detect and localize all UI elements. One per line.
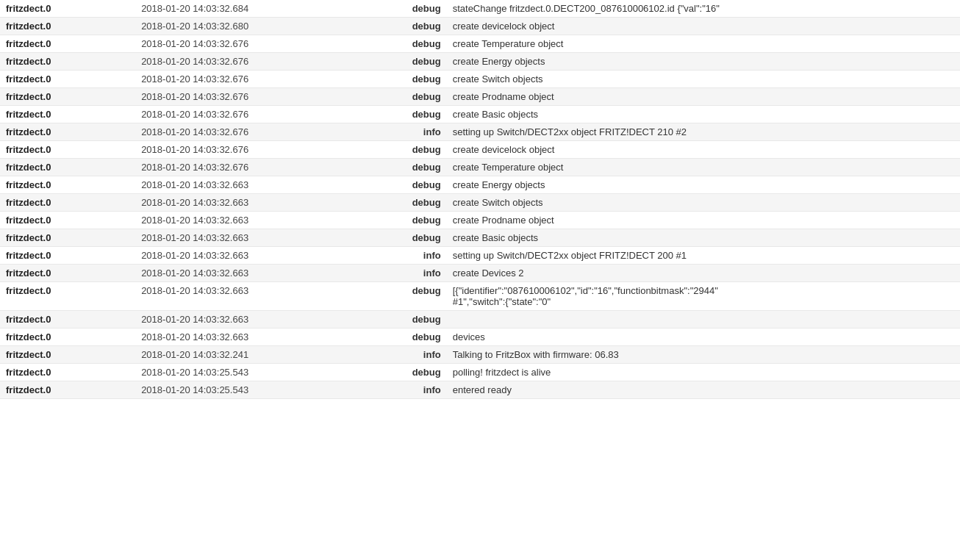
log-timestamp: 2018-01-20 14:03:32.676	[135, 159, 365, 176]
log-source: fritzdect.0	[0, 141, 135, 159]
log-message: setting up Switch/DECT2xx object FRITZ!D…	[447, 123, 960, 141]
log-message: create Temperature object	[447, 159, 960, 176]
log-level: debug	[365, 159, 446, 176]
log-message: create Energy objects	[447, 176, 960, 194]
log-source: fritzdect.0	[0, 229, 135, 247]
log-row: fritzdect.02018-01-20 14:03:32.676debugc…	[0, 141, 960, 159]
log-timestamp: 2018-01-20 14:03:32.663	[135, 194, 365, 212]
log-level: debug	[365, 329, 446, 346]
log-timestamp: 2018-01-20 14:03:32.241	[135, 346, 365, 364]
log-row: fritzdect.02018-01-20 14:03:32.663debugc…	[0, 194, 960, 212]
log-source: fritzdect.0	[0, 176, 135, 194]
log-source: fritzdect.0	[0, 247, 135, 265]
log-timestamp: 2018-01-20 14:03:32.676	[135, 71, 365, 88]
log-timestamp: 2018-01-20 14:03:32.676	[135, 123, 365, 141]
log-level: debug	[365, 194, 446, 212]
log-level: debug	[365, 88, 446, 106]
log-timestamp: 2018-01-20 14:03:32.663	[135, 229, 365, 247]
log-row: fritzdect.02018-01-20 14:03:32.663debugd…	[0, 329, 960, 346]
log-level: debug	[365, 18, 446, 35]
log-message: polling! fritzdect is alive	[447, 364, 960, 381]
log-source: fritzdect.0	[0, 311, 135, 329]
log-source: fritzdect.0	[0, 194, 135, 212]
log-row: fritzdect.02018-01-20 14:03:32.676debugc…	[0, 35, 960, 53]
log-source: fritzdect.0	[0, 282, 135, 311]
log-timestamp: 2018-01-20 14:03:32.676	[135, 88, 365, 106]
log-row: fritzdect.02018-01-20 14:03:32.663infose…	[0, 247, 960, 265]
log-level: info	[365, 123, 446, 141]
log-level: debug	[365, 53, 446, 71]
log-row: fritzdect.02018-01-20 14:03:32.663debugc…	[0, 212, 960, 229]
log-row: fritzdect.02018-01-20 14:03:32.241infoTa…	[0, 346, 960, 364]
log-level: debug	[365, 35, 446, 53]
log-message: create Basic objects	[447, 229, 960, 247]
log-level: info	[365, 346, 446, 364]
log-message: setting up Switch/DECT2xx object FRITZ!D…	[447, 247, 960, 265]
log-source: fritzdect.0	[0, 71, 135, 88]
log-source: fritzdect.0	[0, 212, 135, 229]
log-source: fritzdect.0	[0, 106, 135, 123]
log-row: fritzdect.02018-01-20 14:03:32.676debugc…	[0, 159, 960, 176]
log-message	[447, 311, 960, 329]
log-level: debug	[365, 0, 446, 18]
log-level: debug	[365, 282, 446, 311]
log-level: debug	[365, 311, 446, 329]
log-source: fritzdect.0	[0, 159, 135, 176]
log-row: fritzdect.02018-01-20 14:03:32.676debugc…	[0, 88, 960, 106]
log-level: info	[365, 265, 446, 282]
log-timestamp: 2018-01-20 14:03:32.676	[135, 106, 365, 123]
log-row: fritzdect.02018-01-20 14:03:32.663debugc…	[0, 176, 960, 194]
log-source: fritzdect.0	[0, 346, 135, 364]
log-timestamp: 2018-01-20 14:03:32.663	[135, 265, 365, 282]
log-source: fritzdect.0	[0, 0, 135, 18]
log-level: debug	[365, 364, 446, 381]
log-message: create Prodname object	[447, 88, 960, 106]
log-message: create Energy objects	[447, 53, 960, 71]
log-row: fritzdect.02018-01-20 14:03:32.676debugc…	[0, 106, 960, 123]
log-source: fritzdect.0	[0, 53, 135, 71]
log-level: debug	[365, 212, 446, 229]
log-row: fritzdect.02018-01-20 14:03:32.684debugs…	[0, 0, 960, 18]
log-row: fritzdect.02018-01-20 14:03:32.663infocr…	[0, 265, 960, 282]
log-source: fritzdect.0	[0, 88, 135, 106]
log-message: [{"identifier":"087610006102","id":"16",…	[447, 282, 960, 311]
log-row: fritzdect.02018-01-20 14:03:32.676debugc…	[0, 71, 960, 88]
log-source: fritzdect.0	[0, 18, 135, 35]
log-timestamp: 2018-01-20 14:03:32.663	[135, 176, 365, 194]
log-row: fritzdect.02018-01-20 14:03:32.676debugc…	[0, 53, 960, 71]
log-source: fritzdect.0	[0, 329, 135, 346]
log-timestamp: 2018-01-20 14:03:32.663	[135, 311, 365, 329]
log-message: stateChange fritzdect.0.DECT200_08761000…	[447, 0, 960, 18]
log-timestamp: 2018-01-20 14:03:32.663	[135, 329, 365, 346]
log-source: fritzdect.0	[0, 381, 135, 399]
log-timestamp: 2018-01-20 14:03:32.663	[135, 282, 365, 311]
log-message: devices	[447, 329, 960, 346]
log-row: fritzdect.02018-01-20 14:03:32.663debug	[0, 311, 960, 329]
log-source: fritzdect.0	[0, 364, 135, 381]
log-level: debug	[365, 176, 446, 194]
log-message: create Temperature object	[447, 35, 960, 53]
log-message: create Switch objects	[447, 194, 960, 212]
log-timestamp: 2018-01-20 14:03:25.543	[135, 381, 365, 399]
log-message: entered ready	[447, 381, 960, 399]
log-level: info	[365, 381, 446, 399]
log-row: fritzdect.02018-01-20 14:03:25.543debugp…	[0, 364, 960, 381]
log-row: fritzdect.02018-01-20 14:03:32.676infose…	[0, 123, 960, 141]
log-message: create Switch objects	[447, 71, 960, 88]
log-timestamp: 2018-01-20 14:03:32.676	[135, 53, 365, 71]
log-timestamp: 2018-01-20 14:03:32.676	[135, 141, 365, 159]
log-timestamp: 2018-01-20 14:03:32.663	[135, 212, 365, 229]
log-table: fritzdect.02018-01-20 14:03:32.684debugs…	[0, 0, 960, 399]
log-row: fritzdect.02018-01-20 14:03:25.543infoen…	[0, 381, 960, 399]
log-row: fritzdect.02018-01-20 14:03:32.663debug[…	[0, 282, 960, 311]
log-message: Talking to FritzBox with firmware: 06.83	[447, 346, 960, 364]
log-source: fritzdect.0	[0, 265, 135, 282]
log-source: fritzdect.0	[0, 35, 135, 53]
log-level: debug	[365, 106, 446, 123]
log-message: create Devices 2	[447, 265, 960, 282]
log-timestamp: 2018-01-20 14:03:32.663	[135, 247, 365, 265]
log-timestamp: 2018-01-20 14:03:32.680	[135, 18, 365, 35]
log-timestamp: 2018-01-20 14:03:25.543	[135, 364, 365, 381]
log-message: create Basic objects	[447, 106, 960, 123]
log-source: fritzdect.0	[0, 123, 135, 141]
